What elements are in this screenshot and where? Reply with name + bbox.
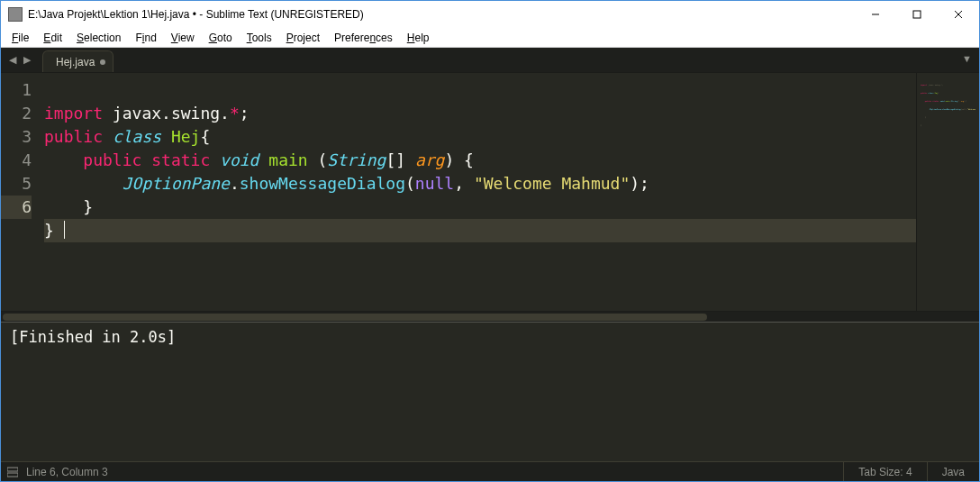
menu-label: Help [407,32,430,44]
code-line: } [44,219,916,242]
tab-overflow-icon[interactable]: ▼ [962,53,972,64]
tab-label: Hej.java [56,56,95,68]
code-line: } [44,196,916,219]
menu-label: Preferences [334,32,393,44]
menu-help[interactable]: Help [400,30,437,46]
menu-preferences[interactable]: Preferences [327,30,400,46]
code-line: public class Hej{ [44,125,916,149]
menu-goto[interactable]: Goto [202,30,240,46]
code-line: JOptionPane.showMessageDialog(null, "Wel… [44,172,916,196]
tab-nav-arrows: ◀ ▶ [6,54,33,67]
window-title: E:\Java Projekt\Lektion 1\Hej.java • - S… [28,8,855,21]
build-output-text: [Finished in 2.0s] [10,328,176,346]
menu-find[interactable]: Find [128,30,163,46]
menu-label: Project [286,32,320,44]
status-bar: Line 6, Column 3 Tab Size: 4 Java [1,461,979,481]
code-line: public static void main (String[] arg) { [44,149,916,172]
menu-selection[interactable]: Selection [69,30,128,46]
menu-label: View [171,32,195,44]
code-editor[interactable]: 1 2 3 4 5 6 import javax.swing.*;public … [1,73,979,311]
window-controls [855,1,979,28]
menu-tools[interactable]: Tools [240,30,279,46]
line-number: 6 [1,196,32,219]
app-icon [8,7,23,22]
panel-switcher-icon[interactable] [6,466,19,478]
menu-label: Selection [77,32,121,44]
horizontal-scrollbar[interactable] [1,311,979,322]
menu-label: File [12,32,29,44]
tab-bar: ◀ ▶ Hej.java ▼ [1,48,979,73]
line-number: 3 [22,127,32,146]
line-number: 5 [22,174,32,193]
nav-forward-icon[interactable]: ▶ [21,54,33,67]
line-number: 4 [22,150,32,169]
minimize-button[interactable] [855,1,896,28]
maximize-icon [912,10,921,19]
close-button[interactable] [938,1,979,28]
editor-wrap: 1 2 3 4 5 6 import javax.swing.*;public … [1,73,979,461]
svg-rect-5 [7,473,18,477]
scrollbar-thumb[interactable] [3,314,707,321]
dirty-indicator-icon [100,59,105,65]
menu-edit[interactable]: Edit [36,30,69,46]
code-area[interactable]: import javax.swing.*;public class Hej{ p… [39,73,916,311]
syntax-mode[interactable]: Java [927,462,979,481]
line-number: 2 [22,104,32,123]
menu-view[interactable]: View [164,30,202,46]
maximize-button[interactable] [896,1,938,28]
menu-label: Find [135,32,156,44]
minimap[interactable]: import javax.swing.*; public class Hej{ … [916,73,979,311]
menu-label: Goto [209,32,232,44]
window-titlebar: E:\Java Projekt\Lektion 1\Hej.java • - S… [1,1,979,28]
svg-rect-1 [913,11,921,18]
tab-size[interactable]: Tab Size: 4 [843,462,926,481]
menu-project[interactable]: Project [279,30,327,46]
line-gutter: 1 2 3 4 5 6 [1,73,39,311]
menu-bar: File Edit Selection Find View Goto Tools… [1,28,979,48]
minimize-icon [871,10,880,19]
menu-label: Tools [247,32,272,44]
build-output-panel[interactable]: [Finished in 2.0s] [1,322,979,461]
menu-label: Edit [43,32,62,44]
nav-back-icon[interactable]: ◀ [6,54,19,67]
svg-rect-4 [7,468,18,471]
close-icon [954,10,963,19]
menu-file[interactable]: File [5,30,36,46]
cursor-position[interactable]: Line 6, Column 3 [26,466,108,478]
line-number: 1 [22,80,32,99]
tab-hej-java[interactable]: Hej.java [42,50,113,72]
text-cursor [64,221,65,239]
code-line: import javax.swing.*; [44,102,916,125]
